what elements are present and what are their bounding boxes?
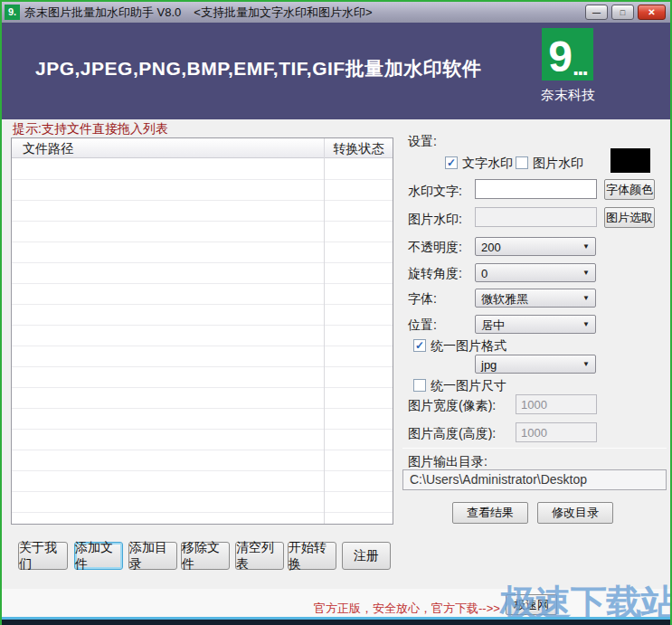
settings-heading: 设置: (408, 134, 437, 150)
register-button[interactable]: 注册 (342, 542, 391, 570)
clear-list-button[interactable]: 清空列表 (235, 542, 284, 570)
chevron-down-icon: ▼ (582, 269, 590, 278)
image-width-input (516, 394, 597, 414)
image-watermark-checkbox[interactable] (516, 156, 528, 169)
format-select[interactable]: jpg ▼ (475, 355, 596, 374)
brand-caption: 奈末科技 (531, 87, 605, 104)
app-window: 9. 奈末图片批量加水印助手 V8.0 <支持批量加文字水印和图片水印> — □… (0, 0, 672, 625)
position-select[interactable]: 居中 ▼ (475, 315, 596, 334)
font-select[interactable]: 微软雅黑 ▼ (475, 289, 596, 308)
image-watermark-label: 图片水印 (533, 156, 583, 172)
check-icon: ✓ (447, 157, 456, 168)
view-result-button[interactable]: 查看结果 (452, 502, 528, 524)
table-body[interactable] (12, 159, 393, 524)
watermark-text-input[interactable] (475, 179, 597, 199)
image-height-input (516, 422, 597, 442)
position-label: 位置: (408, 317, 437, 334)
file-list-table[interactable]: 文件路径 转换状态 (11, 137, 393, 525)
text-watermark-checkbox[interactable]: ✓ (445, 156, 458, 169)
text-watermark-label: 文字水印 (462, 156, 513, 172)
unify-size-checkbox[interactable] (413, 379, 426, 392)
image-height-label: 图片高度(高度): (408, 426, 496, 442)
divider (402, 448, 667, 449)
modify-dir-button[interactable]: 修改目录 (537, 502, 613, 524)
image-width-label: 图片宽度(像素): (408, 398, 496, 414)
watermark-image-label: 图片水印: (408, 212, 462, 228)
window-title: 奈末图片批量加水印助手 V8.0 (24, 5, 181, 21)
header-banner: JPG,JPEG,PNG,BMP,EMF,TIF,GIF批量加水印软件 9...… (2, 23, 670, 119)
titlebar[interactable]: 9. 奈末图片批量加水印助手 V8.0 <支持批量加文字水印和图片水印> — □… (2, 2, 670, 23)
chevron-down-icon: ▼ (582, 320, 590, 329)
font-label: 字体: (408, 291, 437, 308)
check-icon: ✓ (415, 340, 424, 351)
chevron-down-icon: ▼ (582, 294, 590, 303)
brand-logo-icon: 9... (542, 28, 593, 80)
unify-format-checkbox[interactable]: ✓ (413, 339, 426, 352)
start-convert-button[interactable]: 开始转换 (288, 542, 336, 570)
rotation-select[interactable]: 0 ▼ (475, 263, 596, 282)
window-controls: — □ ✕ (585, 5, 667, 20)
watermark-text-label: 水印文字: (408, 184, 462, 200)
app-logo-icon: 9. (5, 5, 20, 20)
watermark-image-input (475, 207, 597, 227)
maximize-icon: □ (620, 8, 625, 17)
unify-size-label: 统一图片尺寸 (431, 378, 506, 394)
rotation-value: 0 (481, 266, 487, 281)
opacity-label: 不透明度: (408, 240, 462, 256)
format-value: jpg (481, 357, 497, 373)
pick-image-button[interactable]: 图片选取 (604, 207, 655, 228)
opacity-select[interactable]: 200 ▼ (475, 237, 596, 256)
bottom-edge-border (2, 620, 670, 625)
close-icon: ✕ (648, 7, 655, 17)
add-folder-button[interactable]: 添加目录 (128, 542, 177, 570)
minimize-button[interactable]: — (585, 5, 608, 20)
close-button[interactable]: ✕ (638, 5, 666, 20)
opacity-value: 200 (481, 240, 501, 255)
maximize-button[interactable]: □ (611, 5, 634, 20)
window-subtitle: <支持批量加文字水印和图片水印> (194, 5, 372, 21)
remove-files-button[interactable]: 移除文件 (181, 542, 230, 570)
font-color-button[interactable]: 字体颜色 (604, 179, 655, 200)
minimize-icon: — (592, 8, 601, 17)
logo-nine: 9 (548, 33, 573, 80)
rotation-label: 旋转角度: (408, 266, 462, 282)
add-files-button[interactable]: 添加文件 (74, 542, 123, 570)
drag-tip: 提示:支持文件直接拖入列表 (13, 121, 168, 137)
app-headline: JPG,JPEG,PNG,BMP,EMF,TIF,GIF批量加水印软件 (35, 56, 481, 81)
column-header-filepath[interactable]: 文件路径 (23, 138, 73, 158)
font-value: 微软雅黑 (481, 291, 528, 307)
column-divider (324, 138, 325, 524)
official-download-text: 官方正版，安全放心，官方下载-->> (314, 601, 500, 617)
table-header: 文件路径 转换状态 (12, 138, 393, 158)
unify-format-label: 统一图片格式 (431, 338, 506, 355)
logo-dots: ... (573, 53, 587, 80)
position-value: 居中 (481, 317, 505, 333)
download-site-button[interactable]: 极速网 (506, 594, 557, 615)
column-header-status[interactable]: 转换状态 (324, 138, 393, 158)
about-us-button[interactable]: 关于我们 (18, 542, 68, 570)
output-dir-label: 图片输出目录: (408, 454, 487, 470)
font-color-swatch (610, 148, 650, 173)
chevron-down-icon: ▼ (582, 360, 590, 369)
output-dir-path: C:\Users\Administrator\Desktop (402, 469, 667, 490)
chevron-down-icon: ▼ (582, 242, 590, 251)
